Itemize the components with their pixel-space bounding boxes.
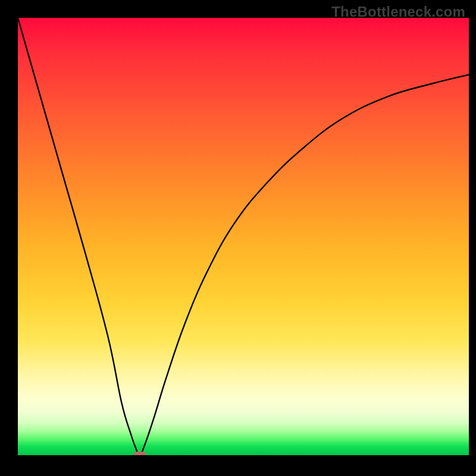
watermark-text: TheBottleneck.com bbox=[331, 4, 465, 20]
plot-area bbox=[18, 18, 469, 455]
bottleneck-curve bbox=[18, 18, 469, 455]
chart-frame: TheBottleneck.com bbox=[0, 0, 476, 476]
curve-svg bbox=[18, 18, 469, 455]
minimum-marker bbox=[133, 452, 146, 455]
